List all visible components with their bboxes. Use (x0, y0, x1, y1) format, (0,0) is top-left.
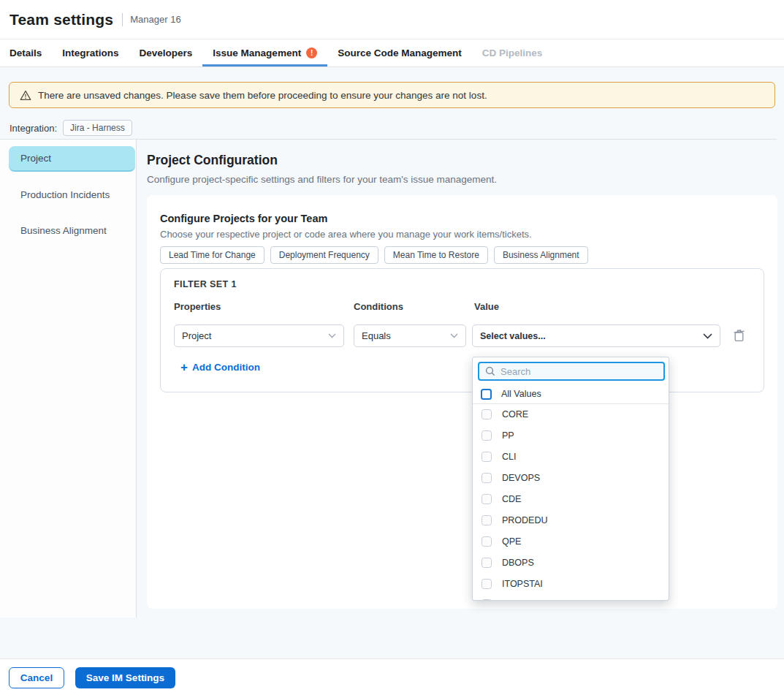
option-checkbox[interactable] (482, 494, 492, 504)
chip-lead-time-for-change[interactable]: Lead Time for Change (160, 246, 264, 264)
card-subtitle: Choose your respective project or code a… (160, 229, 532, 240)
option-checkbox[interactable] (482, 452, 492, 462)
option-checkbox[interactable] (482, 558, 492, 568)
option-checkbox[interactable] (482, 473, 492, 483)
tab-bar: Details Integrations Developers Issue Ma… (0, 39, 784, 67)
page-header: Team settings Manager 16 (0, 0, 784, 39)
chip-business-alignment[interactable]: Business Alignment (494, 246, 588, 264)
integration-chip[interactable]: Jira - Harness (63, 120, 132, 136)
save-im-settings-button[interactable]: Save IM Settings (75, 667, 175, 688)
tab-integrations[interactable]: Integrations (52, 39, 129, 67)
option-label: QPE (502, 536, 521, 547)
option-label: DEVOPS (502, 473, 540, 483)
chip-deployment-frequency[interactable]: Deployment Frequency (270, 246, 378, 264)
condition-select[interactable]: Equals (354, 324, 466, 347)
option-pipe[interactable]: PIPE (473, 594, 669, 601)
value-dropdown-panel: All Values CORE PP CLI DEVOPS CDE PRODED… (472, 357, 669, 601)
sidebar-divider (136, 140, 137, 618)
configure-projects-card: Configure Projects for your Team Choose … (147, 195, 777, 609)
integration-label: Integration: (9, 123, 57, 134)
section-subtitle: Configure project-specific settings and … (147, 174, 497, 185)
cancel-button[interactable]: Cancel (9, 667, 64, 688)
chevron-down-icon (450, 333, 458, 338)
tab-developers[interactable]: Developers (129, 39, 203, 67)
integration-row: Integration: Jira - Harness (9, 119, 132, 137)
sidebar-item-business-alignment[interactable]: Business Alignment (9, 218, 135, 243)
tab-issue-management[interactable]: Issue Management ! (202, 39, 327, 67)
team-settings-page: Team settings Manager 16 Details Integra… (0, 0, 784, 695)
option-checkbox[interactable] (482, 599, 492, 601)
sidebar-item-production-incidents[interactable]: Production Incidents (9, 182, 135, 208)
filter-set-title: FILTER SET 1 (174, 279, 237, 289)
search-icon (485, 366, 495, 376)
add-condition-label: Add Condition (192, 362, 260, 373)
tab-details[interactable]: Details (9, 39, 52, 67)
delete-condition-button[interactable] (733, 329, 746, 342)
option-qpe[interactable]: QPE (473, 531, 669, 552)
warning-icon (20, 90, 31, 101)
column-header-conditions: Conditions (354, 301, 403, 312)
property-select-value: Project (182, 330, 328, 341)
search-input[interactable] (501, 366, 658, 377)
page-title: Team settings (9, 11, 113, 29)
condition-select-value: Equals (362, 330, 450, 341)
option-checkbox[interactable] (482, 579, 492, 589)
dropdown-options-list: CORE PP CLI DEVOPS CDE PRODEDU QPE DBOPS… (473, 404, 669, 601)
all-values-label: All Values (501, 389, 541, 399)
option-label: PIPE (502, 599, 523, 601)
footer-bar: Cancel Save IM Settings (0, 658, 784, 695)
unsaved-changes-badge-icon: ! (306, 48, 317, 58)
chevron-down-icon (703, 333, 712, 339)
value-select-placeholder: Select values... (480, 331, 703, 341)
option-dbops[interactable]: DBOPS (473, 552, 669, 573)
dropdown-search-box[interactable] (478, 362, 665, 381)
option-pp[interactable]: PP (473, 425, 669, 447)
title-divider (122, 13, 123, 26)
option-label: CLI (502, 452, 516, 462)
card-title: Configure Projects for your Team (160, 213, 327, 224)
option-cli[interactable]: CLI (473, 447, 669, 468)
team-name: Manager 16 (130, 14, 180, 25)
option-checkbox[interactable] (482, 430, 492, 441)
option-prodedu[interactable]: PRODEDU (473, 509, 669, 531)
option-checkbox[interactable] (482, 536, 492, 547)
metric-chips: Lead Time for Change Deployment Frequenc… (160, 246, 588, 264)
tab-source-code-management[interactable]: Source Code Management (327, 39, 472, 67)
plus-icon: + (180, 361, 188, 373)
option-devops[interactable]: DEVOPS (473, 468, 669, 489)
section-title: Project Configuration (147, 153, 278, 168)
value-multiselect[interactable]: Select values... (472, 324, 720, 347)
tab-issue-management-label: Issue Management (213, 48, 301, 58)
option-label: ITOPSTAI (502, 579, 543, 589)
select-all-option[interactable]: All Values (473, 385, 669, 403)
chevron-down-icon (328, 333, 336, 338)
property-select[interactable]: Project (174, 324, 344, 347)
option-label: CORE (502, 409, 528, 419)
column-header-value: Value (474, 301, 499, 312)
option-label: DBOPS (502, 558, 534, 568)
tab-cd-pipelines: CD Pipelines (472, 39, 553, 67)
add-condition-button[interactable]: + Add Condition (180, 361, 260, 373)
banner-message: There are unsaved changes. Please save t… (38, 90, 487, 101)
settings-sidebar (0, 140, 136, 618)
option-cde[interactable]: CDE (473, 489, 669, 510)
column-header-properties: Properties (174, 301, 221, 312)
option-label: CDE (502, 494, 521, 504)
all-values-checkbox[interactable] (481, 389, 492, 400)
filter-set-1: FILTER SET 1 Properties Conditions Value… (160, 268, 764, 392)
option-checkbox[interactable] (482, 409, 492, 419)
option-label: PP (502, 430, 514, 441)
option-core[interactable]: CORE (473, 404, 669, 425)
sidebar-item-project[interactable]: Project (9, 146, 135, 172)
option-label: PRODEDU (502, 515, 548, 525)
option-itopstai[interactable]: ITOPSTAI (473, 573, 669, 594)
unsaved-changes-banner: There are unsaved changes. Please save t… (9, 82, 775, 108)
option-checkbox[interactable] (482, 515, 492, 525)
chip-mean-time-to-restore[interactable]: Mean Time to Restore (384, 246, 488, 264)
